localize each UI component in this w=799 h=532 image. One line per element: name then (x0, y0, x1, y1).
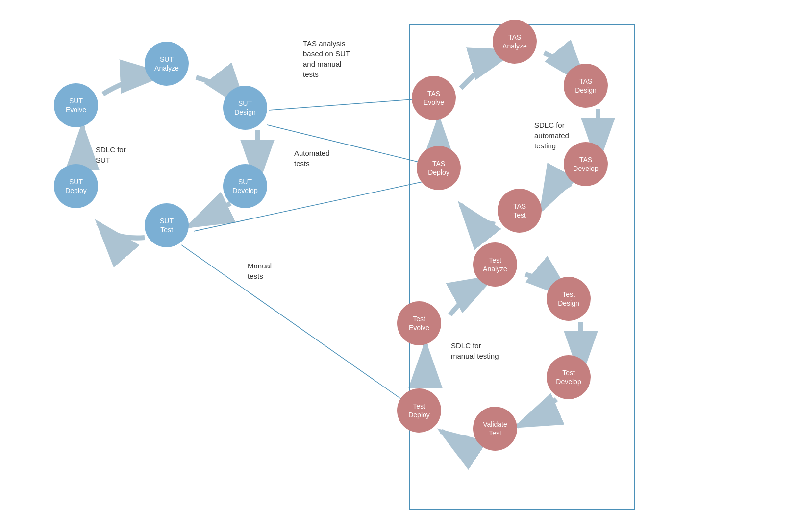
node-sut-evolve: SUT Evolve (54, 83, 98, 127)
node-tas-analyze: TAS Analyze (493, 20, 537, 64)
label-automated-tests: Automated tests (294, 148, 330, 169)
node-tas-evolve: TAS Evolve (412, 76, 456, 120)
node-test-design: Test Design (547, 277, 591, 321)
node-sut-design: SUT Design (223, 86, 267, 130)
svg-line-4 (181, 245, 418, 411)
svg-line-2 (267, 125, 437, 167)
node-sut-analyze: SUT Analyze (145, 42, 189, 86)
node-sut-deploy: SUT Deploy (54, 164, 98, 208)
node-validate-test: Validate Test (473, 407, 517, 451)
diagram-arrows (0, 0, 799, 532)
label-sdlc-auto: SDLC for automated testing (534, 120, 569, 151)
node-test-analyze: Test Analyze (473, 242, 517, 287)
node-tas-deploy: TAS Deploy (417, 146, 461, 190)
node-tas-develop: TAS Develop (564, 142, 608, 186)
svg-line-5 (269, 98, 431, 110)
diagram-canvas: SUT Analyze SUT Design SUT Develop SUT T… (0, 0, 799, 532)
node-sut-test: SUT Test (145, 203, 189, 247)
node-test-develop: Test Develop (547, 355, 591, 399)
node-sut-develop: SUT Develop (223, 164, 267, 208)
label-tas-analysis: TAS analysis based on SUT and manual tes… (303, 38, 350, 79)
node-tas-design: TAS Design (564, 64, 608, 108)
node-tas-test: TAS Test (498, 189, 542, 233)
label-manual-tests: Manual tests (248, 261, 272, 281)
label-sdlc-sut: SDLC for SUT (96, 145, 126, 165)
label-sdlc-manual: SDLC for manual testing (451, 340, 499, 361)
node-test-deploy: Test Deploy (397, 388, 441, 433)
node-test-evolve: Test Evolve (397, 301, 441, 345)
